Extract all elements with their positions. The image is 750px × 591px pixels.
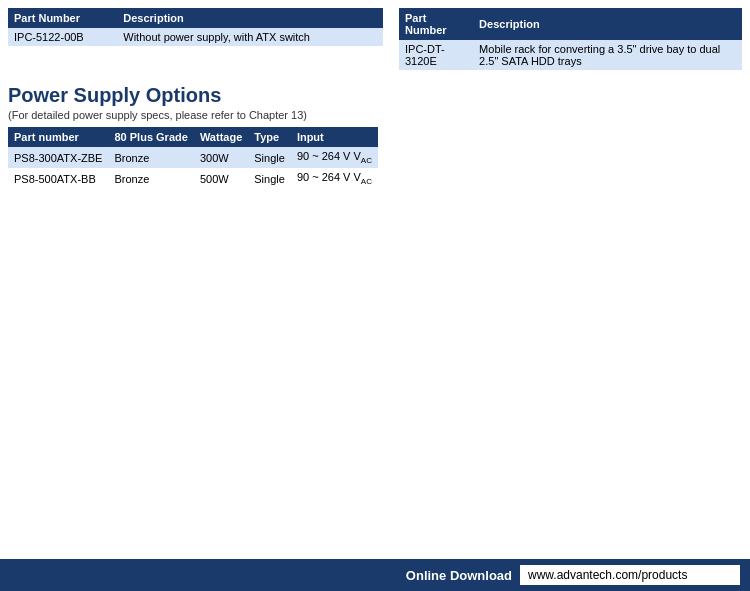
footer-url: www.advantech.com/products xyxy=(520,565,740,585)
right-col-partnumber: Part Number xyxy=(399,8,473,40)
section-title: Power Supply Options xyxy=(8,84,742,107)
ps-col-80plus: 80 Plus Grade xyxy=(108,127,193,147)
ps-col-partnumber: Part number xyxy=(8,127,108,147)
table-row: PS8-500ATX-BB Bronze 500W Single 90 ~ 26… xyxy=(8,168,378,189)
right-row1-partnumber: IPC-DT-3120E xyxy=(399,40,473,70)
left-row1-partnumber: IPC-5122-00B xyxy=(8,28,117,46)
right-section: Part Number Description IPC-DT-3120E Mob… xyxy=(399,8,742,70)
ps-row2-wattage: 500W xyxy=(194,168,248,189)
power-supply-section: Power Supply Options (For detailed power… xyxy=(0,84,750,189)
table-row: PS8-300ATX-ZBE Bronze 300W Single 90 ~ 2… xyxy=(8,147,378,168)
left-col-description: Description xyxy=(117,8,383,28)
table-row: IPC-5122-00B Without power supply, with … xyxy=(8,28,383,46)
left-section: Part Number Description IPC-5122-00B Wit… xyxy=(8,8,383,70)
ps-row1-partnumber: PS8-300ATX-ZBE xyxy=(8,147,108,168)
ps-col-wattage: Wattage xyxy=(194,127,248,147)
right-top-table: Part Number Description IPC-DT-3120E Mob… xyxy=(399,8,742,70)
ps-col-type: Type xyxy=(248,127,291,147)
power-supply-table: Part number 80 Plus Grade Wattage Type I… xyxy=(8,127,378,189)
right-row1-description: Mobile rack for converting a 3.5" drive … xyxy=(473,40,742,70)
section-note: (For detailed power supply specs, please… xyxy=(8,109,742,121)
right-col-description: Description xyxy=(473,8,742,40)
left-col-partnumber: Part Number xyxy=(8,8,117,28)
main-content: Part Number Description IPC-5122-00B Wit… xyxy=(0,0,750,70)
footer-bar: Online Download www.advantech.com/produc… xyxy=(0,559,750,591)
ps-row2-input: 90 ~ 264 V VAC xyxy=(291,168,378,189)
ps-col-input: Input xyxy=(291,127,378,147)
left-top-table: Part Number Description IPC-5122-00B Wit… xyxy=(8,8,383,46)
ps-row1-type: Single xyxy=(248,147,291,168)
footer-label: Online Download xyxy=(406,568,512,583)
ps-row1-wattage: 300W xyxy=(194,147,248,168)
ps-row2-grade: Bronze xyxy=(108,168,193,189)
ps-row1-grade: Bronze xyxy=(108,147,193,168)
ps-row2-type: Single xyxy=(248,168,291,189)
ps-row1-input: 90 ~ 264 V VAC xyxy=(291,147,378,168)
left-row1-description: Without power supply, with ATX switch xyxy=(117,28,383,46)
ps-row2-partnumber: PS8-500ATX-BB xyxy=(8,168,108,189)
table-row: IPC-DT-3120E Mobile rack for converting … xyxy=(399,40,742,70)
